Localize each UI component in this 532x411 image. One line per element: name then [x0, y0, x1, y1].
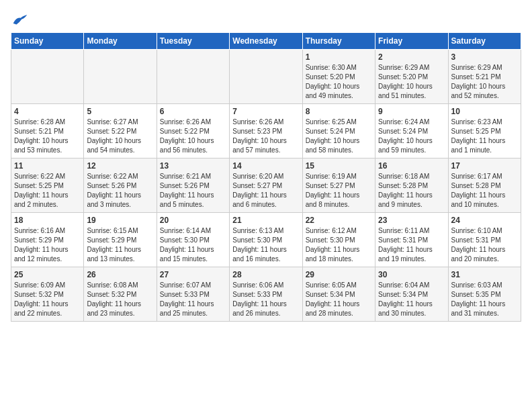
cell-info: Sunrise: 6:10 AM Sunset: 5:31 PM Dayligh… [451, 226, 518, 264]
header-saturday: Saturday [448, 33, 521, 50]
week-row-3: 11Sunrise: 6:22 AM Sunset: 5:25 PM Dayli… [11, 158, 521, 213]
table-row: 14Sunrise: 6:20 AM Sunset: 5:27 PM Dayli… [230, 158, 302, 213]
week-row-1: 1Sunrise: 6:30 AM Sunset: 5:20 PM Daylig… [11, 50, 521, 104]
table-row [230, 50, 302, 104]
table-row [11, 50, 84, 104]
cell-info: Sunrise: 6:03 AM Sunset: 5:35 PM Dayligh… [451, 281, 518, 318]
cell-info: Sunrise: 6:11 AM Sunset: 5:31 PM Dayligh… [378, 226, 445, 264]
day-number: 7 [232, 107, 299, 116]
day-number: 23 [378, 216, 445, 225]
cell-info: Sunrise: 6:18 AM Sunset: 5:28 PM Dayligh… [378, 172, 445, 210]
header-row: SundayMondayTuesdayWednesdayThursdayFrid… [11, 33, 521, 50]
table-row: 31Sunrise: 6:03 AM Sunset: 5:35 PM Dayli… [448, 267, 521, 322]
table-row: 23Sunrise: 6:11 AM Sunset: 5:31 PM Dayli… [375, 213, 448, 267]
day-number: 8 [306, 107, 372, 116]
header-tuesday: Tuesday [157, 33, 229, 50]
day-number: 10 [451, 107, 518, 116]
table-row: 15Sunrise: 6:19 AM Sunset: 5:27 PM Dayli… [302, 158, 375, 213]
day-number: 12 [87, 161, 153, 171]
cell-info: Sunrise: 6:12 AM Sunset: 5:30 PM Dayligh… [306, 226, 372, 264]
table-row: 18Sunrise: 6:16 AM Sunset: 5:29 PM Dayli… [11, 213, 84, 267]
day-number: 22 [306, 216, 372, 225]
table-row: 26Sunrise: 6:08 AM Sunset: 5:32 PM Dayli… [84, 267, 157, 322]
day-number: 24 [451, 216, 518, 225]
day-number: 14 [232, 161, 299, 171]
calendar-header: SundayMondayTuesdayWednesdayThursdayFrid… [11, 33, 521, 50]
cell-info: Sunrise: 6:26 AM Sunset: 5:22 PM Dayligh… [160, 118, 226, 155]
table-row: 8Sunrise: 6:25 AM Sunset: 5:24 PM Daylig… [302, 104, 375, 158]
table-row: 9Sunrise: 6:24 AM Sunset: 5:24 PM Daylig… [375, 104, 448, 158]
day-number: 11 [14, 161, 81, 171]
cell-info: Sunrise: 6:04 AM Sunset: 5:34 PM Dayligh… [378, 281, 445, 318]
cell-info: Sunrise: 6:09 AM Sunset: 5:32 PM Dayligh… [14, 281, 81, 318]
cell-info: Sunrise: 6:13 AM Sunset: 5:30 PM Dayligh… [232, 226, 299, 264]
cell-info: Sunrise: 6:30 AM Sunset: 5:20 PM Dayligh… [306, 63, 372, 101]
header-thursday: Thursday [302, 33, 375, 50]
table-row: 6Sunrise: 6:26 AM Sunset: 5:22 PM Daylig… [157, 104, 229, 158]
day-number: 13 [160, 161, 226, 171]
day-number: 15 [306, 161, 372, 171]
day-number: 9 [378, 107, 445, 116]
table-row: 13Sunrise: 6:21 AM Sunset: 5:26 PM Dayli… [157, 158, 229, 213]
cell-info: Sunrise: 6:20 AM Sunset: 5:27 PM Dayligh… [232, 172, 299, 210]
calendar-body: 1Sunrise: 6:30 AM Sunset: 5:20 PM Daylig… [11, 50, 521, 322]
calendar-table: SundayMondayTuesdayWednesdayThursdayFrid… [11, 32, 521, 322]
cell-info: Sunrise: 6:14 AM Sunset: 5:30 PM Dayligh… [160, 226, 226, 264]
cell-info: Sunrise: 6:22 AM Sunset: 5:26 PM Dayligh… [87, 172, 153, 210]
day-number: 31 [451, 270, 518, 279]
cell-info: Sunrise: 6:08 AM Sunset: 5:32 PM Dayligh… [87, 281, 153, 318]
table-row: 20Sunrise: 6:14 AM Sunset: 5:30 PM Dayli… [157, 213, 229, 267]
cell-info: Sunrise: 6:15 AM Sunset: 5:29 PM Dayligh… [87, 226, 153, 264]
table-row: 5Sunrise: 6:27 AM Sunset: 5:22 PM Daylig… [84, 104, 157, 158]
table-row: 21Sunrise: 6:13 AM Sunset: 5:30 PM Dayli… [230, 213, 302, 267]
header-sunday: Sunday [11, 33, 84, 50]
day-number: 25 [14, 270, 81, 279]
cell-info: Sunrise: 6:24 AM Sunset: 5:24 PM Dayligh… [378, 118, 445, 155]
day-number: 4 [14, 107, 81, 116]
week-row-2: 4Sunrise: 6:28 AM Sunset: 5:21 PM Daylig… [11, 104, 521, 158]
table-row: 29Sunrise: 6:05 AM Sunset: 5:34 PM Dayli… [302, 267, 375, 322]
table-row: 19Sunrise: 6:15 AM Sunset: 5:29 PM Dayli… [84, 213, 157, 267]
cell-info: Sunrise: 6:07 AM Sunset: 5:33 PM Dayligh… [160, 281, 226, 318]
day-number: 3 [451, 52, 518, 62]
table-row: 3Sunrise: 6:29 AM Sunset: 5:21 PM Daylig… [448, 50, 521, 104]
cell-info: Sunrise: 6:17 AM Sunset: 5:28 PM Dayligh… [451, 172, 518, 210]
cell-info: Sunrise: 6:26 AM Sunset: 5:23 PM Dayligh… [232, 118, 299, 155]
cell-info: Sunrise: 6:06 AM Sunset: 5:33 PM Dayligh… [232, 281, 299, 318]
table-row [84, 50, 157, 104]
table-row: 2Sunrise: 6:29 AM Sunset: 5:20 PM Daylig… [375, 50, 448, 104]
day-number: 29 [306, 270, 372, 279]
table-row: 17Sunrise: 6:17 AM Sunset: 5:28 PM Dayli… [448, 158, 521, 213]
day-number: 19 [87, 216, 153, 225]
header-wednesday: Wednesday [230, 33, 302, 50]
table-row: 24Sunrise: 6:10 AM Sunset: 5:31 PM Dayli… [448, 213, 521, 267]
table-row: 27Sunrise: 6:07 AM Sunset: 5:33 PM Dayli… [157, 267, 229, 322]
week-row-5: 25Sunrise: 6:09 AM Sunset: 5:32 PM Dayli… [11, 267, 521, 322]
week-row-4: 18Sunrise: 6:16 AM Sunset: 5:29 PM Dayli… [11, 213, 521, 267]
day-number: 6 [160, 107, 226, 116]
header-monday: Monday [84, 33, 157, 50]
day-number: 28 [232, 270, 299, 279]
cell-info: Sunrise: 6:21 AM Sunset: 5:26 PM Dayligh… [160, 172, 226, 210]
cell-info: Sunrise: 6:29 AM Sunset: 5:20 PM Dayligh… [378, 63, 445, 101]
table-row: 28Sunrise: 6:06 AM Sunset: 5:33 PM Dayli… [230, 267, 302, 322]
day-number: 16 [378, 161, 445, 171]
table-row: 7Sunrise: 6:26 AM Sunset: 5:23 PM Daylig… [230, 104, 302, 158]
day-number: 26 [87, 270, 153, 279]
logo [11, 11, 28, 27]
cell-info: Sunrise: 6:28 AM Sunset: 5:21 PM Dayligh… [14, 118, 81, 155]
cell-info: Sunrise: 6:27 AM Sunset: 5:22 PM Dayligh… [87, 118, 153, 155]
day-number: 2 [378, 52, 445, 62]
cell-info: Sunrise: 6:05 AM Sunset: 5:34 PM Dayligh… [306, 281, 372, 318]
table-row: 16Sunrise: 6:18 AM Sunset: 5:28 PM Dayli… [375, 158, 448, 213]
logo-bird-icon [12, 13, 28, 27]
table-row: 12Sunrise: 6:22 AM Sunset: 5:26 PM Dayli… [84, 158, 157, 213]
cell-info: Sunrise: 6:23 AM Sunset: 5:25 PM Dayligh… [451, 118, 518, 155]
table-row: 25Sunrise: 6:09 AM Sunset: 5:32 PM Dayli… [11, 267, 84, 322]
table-row: 22Sunrise: 6:12 AM Sunset: 5:30 PM Dayli… [302, 213, 375, 267]
page-header [11, 11, 521, 27]
cell-info: Sunrise: 6:16 AM Sunset: 5:29 PM Dayligh… [14, 226, 81, 264]
table-row: 10Sunrise: 6:23 AM Sunset: 5:25 PM Dayli… [448, 104, 521, 158]
cell-info: Sunrise: 6:19 AM Sunset: 5:27 PM Dayligh… [306, 172, 372, 210]
cell-info: Sunrise: 6:29 AM Sunset: 5:21 PM Dayligh… [451, 63, 518, 101]
